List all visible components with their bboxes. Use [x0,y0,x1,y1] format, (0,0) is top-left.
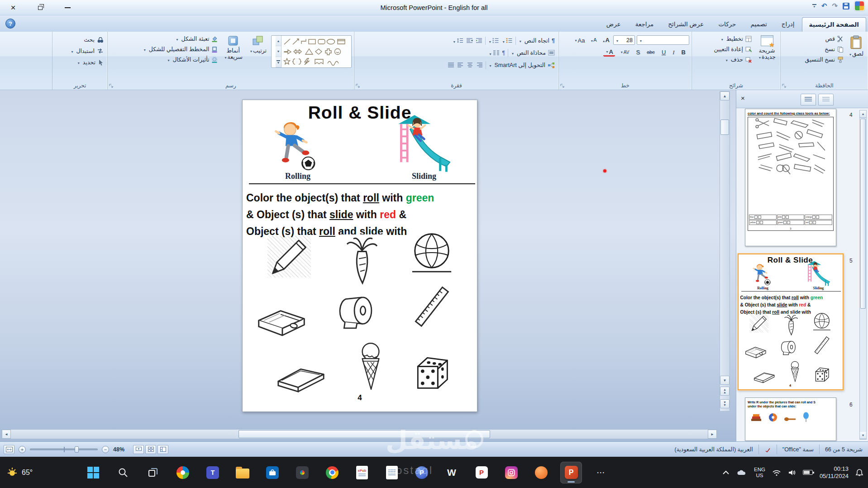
theme-indicator[interactable]: سمة "Office" [777,445,819,454]
wifi-icon[interactable] [772,469,781,476]
red-p-app-icon[interactable]: P [471,462,492,483]
onedrive-cloud-icon[interactable] [736,469,747,476]
find-button[interactable]: بحث [55,36,105,43]
shape-outline-button[interactable]: المخطط التفصيلي للشكل [130,45,219,53]
delete-slide-button[interactable]: حذف [713,56,753,63]
bold-button[interactable]: B [680,48,687,56]
zoom-level[interactable]: 48% [113,446,124,453]
show-hidden-icons-button[interactable] [722,470,730,475]
character-spacing-button[interactable]: AV [618,48,631,56]
slide-show-view-button[interactable] [133,445,144,454]
ruler-image[interactable] [410,280,453,333]
orange-app-icon[interactable] [530,462,552,483]
weather-widget[interactable]: 65° [6,457,33,488]
font-color-button[interactable]: A [603,48,615,57]
paste-button[interactable]: لصق [846,34,866,81]
zoom-in-button[interactable]: + [19,446,26,453]
notifications-bell-icon[interactable] [855,469,863,477]
w-app-icon[interactable]: W [441,462,463,483]
widgets-app-icon[interactable] [172,462,194,483]
replace-button[interactable]: استبدال [55,47,105,55]
numbering-button[interactable] [487,36,501,46]
previous-slide-button[interactable]: ▲▲ [720,387,730,396]
font-name-select[interactable] [637,35,689,45]
shapes-more-button[interactable]: ▼ [276,57,281,67]
carrot-image[interactable] [340,234,385,287]
pencil-image[interactable] [267,236,311,277]
slide-sorter-view-button[interactable] [145,445,156,454]
help-button[interactable]: ? [5,19,15,29]
panel-scrollbar[interactable]: ▲ ▼ [859,110,867,440]
ball-image[interactable] [409,230,454,275]
blue-circle-app-icon[interactable]: P [411,462,433,483]
tab-slide-show[interactable]: عرض الشرائح [661,17,711,32]
panel-scroll-down-button[interactable]: ▼ [860,432,866,439]
task-view-button[interactable] [142,462,164,483]
clipboard-dialog-launcher[interactable] [782,84,787,88]
format-painter-button[interactable]: نسخ التنسيق [804,56,845,63]
battery-icon[interactable] [803,470,813,475]
browser-app-icon[interactable] [321,462,343,483]
language-indicator[interactable]: العربية (المملكة العربية السعودية) [669,445,758,454]
grow-font-button[interactable]: A▲ [601,36,611,44]
fit-slide-to-window-button[interactable] [4,445,14,454]
zoom-slider[interactable] [30,449,98,450]
epub-app-icon[interactable]: ePub [351,462,373,483]
align-text-button[interactable]: محاذاة النص [510,49,556,57]
customize-quick-access-button[interactable]: ▾ [812,4,816,8]
scroll-down-button[interactable]: ▼ [720,376,730,385]
italic-button[interactable]: I [671,48,676,56]
tab-design[interactable]: تصميم [743,17,774,32]
quick-styles-button[interactable]: أنماطسريعة [221,34,245,81]
horizontal-scrollbar[interactable]: ◄ ► [1,429,717,439]
paragraph-marks-button[interactable]: ¶ [501,49,506,57]
next-slide-button[interactable]: ▼▼ [720,399,730,408]
volume-icon[interactable] [788,469,796,476]
instruction-text[interactable]: Color the object(s) that roll with green… [246,190,434,240]
strikethrough-button[interactable]: abc [645,48,657,56]
align-left-button[interactable] [456,61,465,69]
slide-canvas[interactable]: Roll & Slide Rolling Sliding Color the o… [242,100,477,412]
layout-button[interactable]: تخطيط [713,35,753,43]
shapes-scroll-up-button[interactable]: ▲ [276,36,281,46]
bullets-button[interactable] [501,36,514,46]
font-size-select[interactable]: 28 [613,35,635,45]
columns-button[interactable] [487,48,501,58]
slide-5-thumbnail-selected[interactable]: Roll & Slide Rolling Sliding Color the o… [738,254,844,390]
spell-check-indicator[interactable]: ab [758,445,777,454]
sliding-label[interactable]: Sliding [395,172,453,181]
slide-6-thumbnail[interactable]: Write R under the pictures that can roll… [745,397,836,441]
scroll-left-button[interactable]: ◄ [2,430,11,439]
text-direction-button[interactable]: ¶ اتجاه النص [517,37,556,44]
vertical-scroll-thumb[interactable] [720,120,729,135]
font-dialog-launcher[interactable] [560,84,565,88]
save-button[interactable] [843,3,849,10]
drawing-dialog-launcher[interactable] [109,84,114,88]
teams-app-icon[interactable]: T [202,462,224,483]
new-slide-button[interactable]: ★ شريحةجديدة [756,34,778,81]
tab-view[interactable]: عرض [599,17,628,32]
shape-fill-button[interactable]: تعبئة الشكل [130,35,219,43]
dice-image[interactable] [409,352,453,392]
text-shadow-button[interactable]: S [634,48,642,56]
zoom-out-button[interactable]: − [102,446,109,453]
powerpoint-app-button[interactable]: P [560,462,582,483]
instagram-app-icon[interactable] [501,462,522,483]
language-switcher[interactable]: ENG US [754,467,765,478]
align-center-button[interactable] [465,61,475,69]
normal-view-button[interactable] [157,445,168,454]
paragraph-dialog-launcher[interactable] [356,84,360,88]
sharpener-image[interactable] [255,299,308,339]
file-explorer-button[interactable] [232,462,253,483]
paper-roll-image[interactable] [331,292,378,331]
start-button[interactable] [82,462,104,483]
redo-button[interactable]: ↷ [832,2,838,10]
shape-effects-button[interactable]: تأثيرات الأشكال [130,56,219,63]
slide-4-thumbnail[interactable]: color and count the following class tool… [745,109,836,246]
vertical-scrollbar[interactable]: ▲ ▼ ▲▲ ▼▼ [720,91,730,411]
reset-button[interactable]: إعادة التعيين [713,45,753,53]
increase-indent-button[interactable] [465,37,474,44]
panel-scroll-thumb[interactable] [860,119,866,309]
tab-review[interactable]: مراجعة [628,17,661,32]
panel-close-button[interactable]: × [741,94,745,102]
